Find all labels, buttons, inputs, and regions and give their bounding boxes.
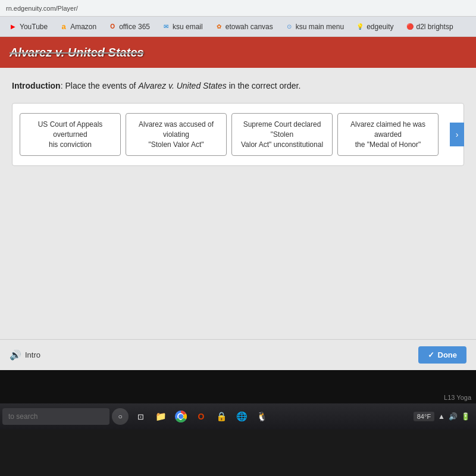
scroll-right-arrow[interactable]: ›	[450, 123, 464, 146]
bookmark-office-label: office 365	[119, 23, 150, 31]
bookmark-edgeuity[interactable]: 💡 edgeuity	[352, 21, 397, 33]
bookmark-ksu-email-label: ksu email	[173, 23, 203, 31]
bookmark-youtube[interactable]: ▶ YouTube	[5, 21, 52, 33]
speaker-icon: 🔊	[10, 349, 21, 361]
page-content: Alvarez v. United States Introduction: P…	[0, 37, 476, 370]
ksu-icon: ⊙	[285, 23, 293, 31]
taskbar: ○ ⊡ 📁 O 🔒 🌐 🐧 84°F ▲ 🔊	[0, 403, 476, 430]
intro-button[interactable]: 🔊 Intro	[10, 349, 40, 361]
battery-icon: 🔋	[461, 412, 470, 421]
file-explorer-icon[interactable]: 📁	[152, 408, 169, 425]
bookmark-canvas[interactable]: ✿ etowah canvas	[211, 21, 277, 33]
event-card-4[interactable]: Alvarez claimed he was awarded the "Meda…	[337, 113, 439, 156]
bookmark-office[interactable]: O office 365	[104, 21, 154, 33]
event-card-2[interactable]: Alvarez was accused of violating "Stolen…	[126, 113, 227, 156]
laptop-label: L13 Yoga	[444, 394, 471, 401]
instruction-bold: Introduction	[12, 81, 61, 90]
event-card-3[interactable]: Supreme Court declared "Stolen Valor Act…	[231, 113, 333, 156]
edge-icon[interactable]: 🌐	[233, 408, 250, 425]
temperature: 84°F	[414, 412, 434, 421]
office-icon: O	[108, 23, 117, 31]
event-card-1[interactable]: US Court of Appeals overturned his convi…	[20, 113, 121, 156]
instruction-italic: Alvarez v. United States	[138, 81, 226, 90]
wifi-icon: ▲	[438, 412, 445, 421]
edgeuity-icon: 💡	[356, 23, 364, 31]
bookmark-canvas-label: etowah canvas	[226, 23, 273, 31]
search-input[interactable]	[2, 408, 109, 425]
checkmark-icon: ✓	[428, 350, 434, 359]
email-icon: ✉	[162, 23, 170, 31]
office-taskbar-icon[interactable]: O	[193, 408, 209, 425]
chrome-icon[interactable]	[173, 408, 189, 425]
event-card-3-line2: Valor Act" unconstitutional	[241, 140, 323, 149]
svg-point-2	[178, 414, 183, 419]
event-card-2-line1: Alvarez was accused of violating	[139, 120, 214, 139]
instruction-text: Introduction: Place the events of Alvare…	[12, 80, 464, 92]
intro-label: Intro	[25, 350, 40, 359]
page-header: Alvarez v. United States	[0, 37, 476, 68]
bookmark-d2l[interactable]: 🔴 d2l brightsp	[402, 21, 458, 33]
url-bar: rn.edgenuity.com/Player/	[0, 0, 476, 17]
bottom-toolbar: 🔊 Intro ✓ Done	[0, 339, 476, 370]
done-button[interactable]: ✓ Done	[418, 346, 467, 364]
bookmark-ksu-email[interactable]: ✉ ksu email	[158, 21, 207, 33]
cards-wrapper: US Court of Appeals overturned his convi…	[12, 103, 464, 166]
bookmark-ksu-main-label: ksu main menu	[296, 23, 344, 31]
bookmark-d2l-label: d2l brightsp	[416, 23, 453, 31]
d2l-icon: 🔴	[406, 23, 414, 31]
volume-icon: 🔊	[449, 412, 458, 421]
page-title: Alvarez v. United States	[10, 46, 144, 60]
bookmark-youtube-label: YouTube	[20, 23, 48, 31]
canvas-icon: ✿	[215, 23, 223, 31]
bookmark-ksu-main[interactable]: ⊙ ksu main menu	[281, 21, 348, 33]
app-icon[interactable]: 🐧	[253, 408, 270, 425]
bookmark-amazon[interactable]: a Amazon	[55, 21, 101, 33]
system-tray: 84°F ▲ 🔊 🔋	[414, 412, 474, 421]
bookmarks-bar: ▶ YouTube a Amazon O office 365 ✉ ksu em…	[0, 17, 476, 37]
done-label: Done	[438, 350, 458, 359]
url-text: rn.edgenuity.com/Player/	[6, 5, 78, 12]
bookmark-edgeuity-label: edgeuity	[367, 23, 393, 31]
lock-icon[interactable]: 🔒	[213, 408, 230, 425]
bookmark-amazon-label: Amazon	[70, 23, 96, 31]
event-card-1-line2: his conviction	[49, 140, 92, 149]
event-card-4-line2: the "Medal of Honor"	[355, 140, 421, 149]
windows-search-circle[interactable]: ○	[112, 408, 129, 425]
event-card-4-line1: Alvarez claimed he was awarded	[350, 120, 425, 139]
event-card-2-line2: "Stolen Valor Act"	[148, 140, 203, 149]
event-card-1-line1: US Court of Appeals overturned	[38, 120, 103, 139]
main-content: Introduction: Place the events of Alvare…	[0, 68, 476, 166]
event-card-3-line1: Supreme Court declared "Stolen	[243, 120, 321, 139]
amazon-icon: a	[60, 23, 68, 31]
task-view-icon[interactable]: ⊡	[132, 408, 149, 425]
youtube-icon: ▶	[9, 23, 17, 31]
cards-container: US Court of Appeals overturned his convi…	[12, 103, 464, 166]
